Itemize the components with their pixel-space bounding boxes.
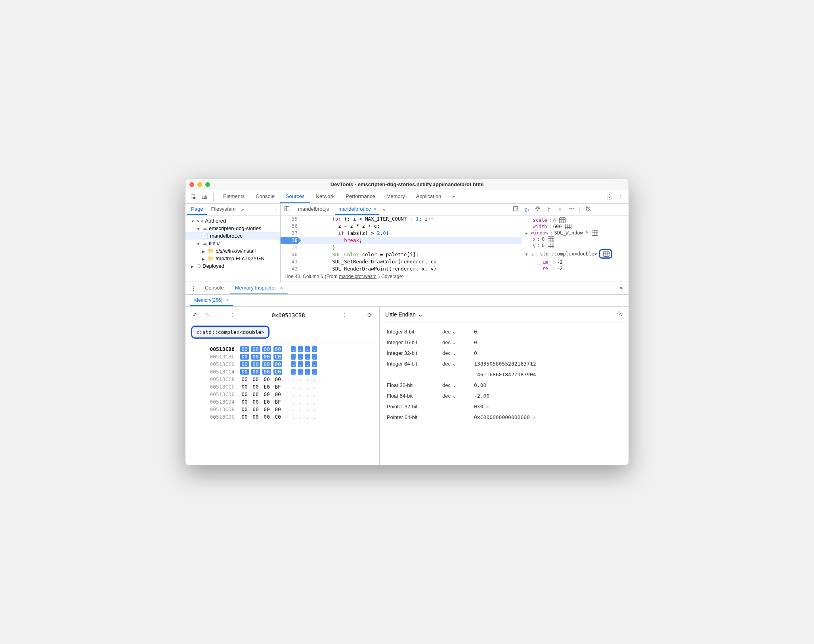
hex-byte[interactable]: 00 <box>273 406 282 412</box>
close-tab-icon[interactable]: × <box>280 285 283 291</box>
hex-byte[interactable]: 00 <box>240 361 249 367</box>
hex-byte[interactable]: 00 <box>273 361 282 367</box>
drawer-tab-memory-inspector[interactable]: Memory Inspector × <box>230 282 288 294</box>
address-input[interactable]: 0x00513CB8 <box>239 311 338 320</box>
object-chip[interactable]: z: std::complex<double> <box>191 326 269 339</box>
disclosure-triangle-icon[interactable] <box>525 230 529 236</box>
hex-byte[interactable]: 00 <box>251 354 260 360</box>
hex-byte[interactable]: BF <box>273 399 282 405</box>
tab-sources[interactable]: Sources <box>280 190 310 203</box>
editor-tab-cc[interactable]: mandelbrot.cc × <box>335 204 379 215</box>
memory-icon[interactable] <box>548 243 554 248</box>
hex-byte[interactable]: 00 <box>240 376 249 382</box>
step-over-icon[interactable] <box>535 206 541 213</box>
disclosure-triangle-icon[interactable] <box>197 240 201 246</box>
hex-byte[interactable]: 00 <box>240 391 249 397</box>
hex-byte[interactable]: 00 <box>251 346 260 352</box>
tree-origin[interactable]: ☁ emscripten-dbg-stories <box>185 225 280 232</box>
tree-authored[interactable]: < > Authored <box>185 217 280 225</box>
hex-row[interactable]: 00513CD40000E0BF.... <box>205 398 379 406</box>
more-menu-icon[interactable]: ⋮ <box>616 192 625 202</box>
format-select[interactable]: dec <box>442 393 451 399</box>
resume-icon[interactable]: ▷ <box>525 206 530 213</box>
drawer-more-icon[interactable]: ⋮ <box>189 285 199 291</box>
format-select[interactable]: dec <box>442 339 451 345</box>
endianness-select[interactable]: Little Endian ⌄ <box>385 311 423 318</box>
hex-byte[interactable]: 00 <box>262 346 271 352</box>
memory-icon[interactable] <box>559 217 566 223</box>
close-tab-icon[interactable]: × <box>373 206 376 212</box>
hex-byte[interactable]: 00 <box>251 406 260 412</box>
scope-row-window[interactable]: window: SDL_Window * <box>525 230 625 236</box>
format-select[interactable]: dec <box>442 350 451 356</box>
tabs-overflow-icon[interactable]: » <box>241 206 244 212</box>
tree-folder[interactable]: 📁 tmp/tmp.ELcTq2YGN <box>185 255 280 262</box>
hex-byte[interactable]: 00 <box>240 406 249 412</box>
hex-byte[interactable]: 00 <box>251 414 260 420</box>
tabs-overflow-icon[interactable]: » <box>382 206 385 212</box>
hex-byte[interactable]: 00 <box>240 354 249 360</box>
tab-application[interactable]: Application <box>411 190 447 203</box>
close-window-button[interactable] <box>189 182 194 187</box>
scope-row-x[interactable]: x: 0 <box>525 236 625 242</box>
hex-byte[interactable]: 00 <box>251 361 260 367</box>
disclosure-triangle-icon[interactable] <box>202 248 206 254</box>
scope-row-re[interactable]: __re_: -2 <box>525 265 625 272</box>
close-drawer-icon[interactable]: × <box>617 285 625 292</box>
disclosure-triangle-icon[interactable] <box>191 263 195 269</box>
hex-byte[interactable]: 00 <box>251 391 260 397</box>
format-select[interactable]: dec <box>442 361 451 367</box>
redo-icon[interactable]: ↷ <box>203 312 211 319</box>
hex-byte[interactable]: 00 <box>262 406 271 412</box>
hex-byte[interactable]: 00 <box>251 376 260 382</box>
jump-to-icon[interactable]: ↗ <box>485 404 489 410</box>
editor-tab-js[interactable]: mandelbrot.js <box>295 204 332 215</box>
hex-row[interactable]: 00513CD800000000.... <box>205 406 379 413</box>
undo-icon[interactable]: ↶ <box>191 312 199 319</box>
hex-row[interactable]: 00513CDC000000C0.... <box>205 413 379 421</box>
inspect-element-icon[interactable] <box>189 192 198 202</box>
tab-page[interactable]: Page <box>187 204 207 215</box>
memory-icon[interactable] <box>603 251 610 257</box>
hex-byte[interactable]: 00 <box>262 361 271 367</box>
disclosure-triangle-icon[interactable] <box>197 225 201 231</box>
tab-network[interactable]: Network <box>310 190 340 203</box>
hex-byte[interactable]: 00 <box>262 376 271 382</box>
hex-byte[interactable]: 00 <box>240 346 249 352</box>
memory-icon[interactable] <box>565 224 571 229</box>
hex-row[interactable]: 00513CCC0000E0BF.... <box>205 383 379 391</box>
tree-deployed[interactable]: ⬡ Deployed <box>185 262 280 270</box>
hex-byte[interactable]: 00 <box>240 414 249 420</box>
memory-icon[interactable] <box>592 230 598 236</box>
hex-byte[interactable]: 00 <box>262 369 271 375</box>
hex-byte[interactable]: E0 <box>262 399 271 405</box>
hex-row[interactable]: 00513CC800000000.... <box>205 375 379 383</box>
jump-to-icon[interactable]: ↗ <box>532 414 535 420</box>
hex-byte[interactable]: 00 <box>240 384 249 390</box>
toggle-nav-button[interactable] <box>282 206 292 213</box>
code-area[interactable]: 35 36 37 38 39 40 41 42 for (; i < MAX_I… <box>281 215 522 271</box>
tree-file-mandelbrot[interactable]: 📄 mandelbrot.cc <box>185 232 280 240</box>
hex-byte[interactable]: 00 <box>273 391 282 397</box>
format-select[interactable]: dec <box>442 382 451 388</box>
hex-byte[interactable]: E0 <box>262 384 271 390</box>
hex-byte[interactable]: 00 <box>240 399 249 405</box>
scope-row-scale[interactable]: scale: 4 <box>525 217 625 223</box>
hex-row[interactable]: 00513CBC000000C0.... <box>205 353 379 360</box>
hex-byte[interactable]: 00 <box>251 399 260 405</box>
hex-byte[interactable]: 00 <box>273 376 282 382</box>
step-icon[interactable] <box>568 206 574 213</box>
hex-byte[interactable]: C0 <box>273 354 282 360</box>
hex-byte[interactable]: C0 <box>273 369 282 375</box>
disclosure-triangle-icon[interactable] <box>191 218 195 224</box>
hex-byte[interactable]: C0 <box>273 414 282 420</box>
step-into-icon[interactable] <box>546 206 552 213</box>
maximize-window-button[interactable] <box>205 182 210 187</box>
tab-elements[interactable]: Elements <box>218 190 250 203</box>
hex-row[interactable]: 00513CB800000000.... <box>205 345 379 353</box>
step-out-icon[interactable] <box>557 206 563 213</box>
memory-icon[interactable] <box>548 236 554 242</box>
tree-origin-file[interactable]: ☁ file:// <box>185 240 280 247</box>
tree-folder[interactable]: 📁 b/s/w/ir/x/w/install <box>185 247 280 255</box>
tab-filesystem[interactable]: Filesystem <box>207 204 239 215</box>
